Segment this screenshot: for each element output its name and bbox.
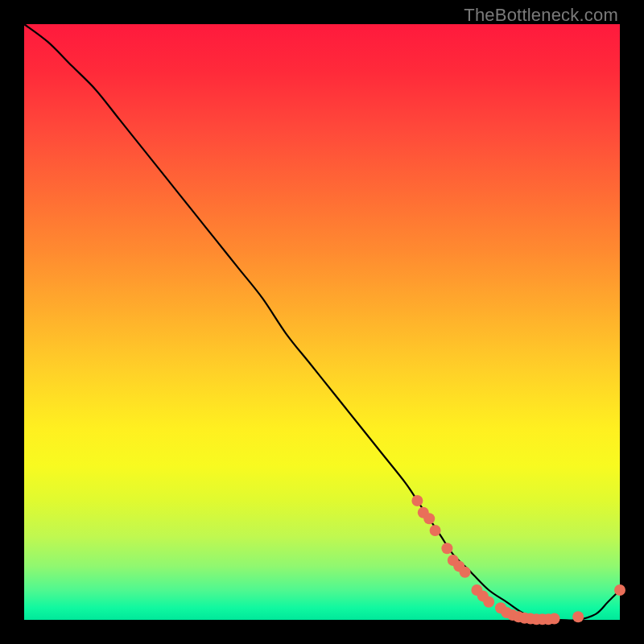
data-marker [483, 597, 494, 608]
watermark-text: TheBottleneck.com [464, 5, 618, 26]
chart-frame: TheBottleneck.com [0, 0, 644, 644]
data-marker [423, 513, 435, 524]
data-marker [441, 543, 452, 554]
data-marker [460, 567, 471, 578]
data-marker [411, 495, 423, 506]
data-marker [549, 613, 560, 625]
bottleneck-curve [24, 24, 620, 621]
data-marker [572, 611, 584, 622]
data-marker [430, 525, 441, 536]
data-markers [411, 495, 625, 625]
data-marker [614, 584, 625, 596]
chart-overlay [24, 24, 620, 620]
